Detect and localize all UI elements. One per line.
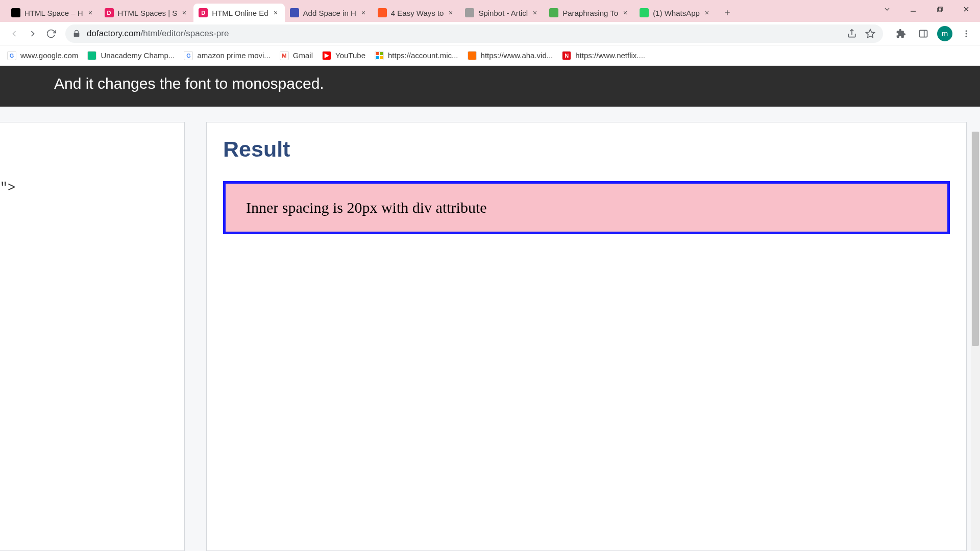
svg-rect-30 — [376, 52, 379, 55]
forward-button[interactable] — [23, 24, 42, 43]
tab-title: 4 Easy Ways to — [391, 9, 444, 17]
bookmark-favicon: ▶ — [322, 51, 331, 60]
browser-tab[interactable]: Add Space in H — [285, 4, 373, 22]
browser-toolbar: dofactory.com/html/editor/spaces-pre m — [0, 22, 980, 45]
bookmark-favicon: G — [184, 51, 193, 60]
lock-icon — [72, 30, 81, 38]
tab-close-button[interactable] — [447, 9, 455, 17]
svg-rect-33 — [380, 56, 383, 59]
svg-marker-24 — [866, 29, 875, 37]
page-scrollbar[interactable] — [971, 132, 980, 551]
bookmark-item[interactable]: https://www.aha.vid... — [468, 51, 553, 60]
result-heading: Result — [223, 137, 950, 162]
tab-title: Spinbot - Articl — [478, 9, 528, 17]
bookmark-label: https://www.aha.vid... — [481, 51, 553, 60]
browser-tab[interactable]: Spinbot - Articl — [460, 4, 544, 22]
bookmark-item[interactable]: N https://www.netflix.... — [562, 51, 645, 60]
browser-tab[interactable]: HTML Space – H — [6, 4, 100, 22]
svg-rect-20 — [938, 7, 942, 10]
window-close-button[interactable] — [957, 2, 976, 16]
profile-avatar[interactable]: m — [937, 26, 952, 41]
svg-point-27 — [966, 30, 967, 32]
bookmark-favicon: N — [562, 51, 571, 60]
scrollbar-thumb[interactable] — [972, 132, 979, 346]
browser-tab[interactable]: 4 Easy Ways to — [373, 4, 460, 22]
tab-title: Add Space in H — [303, 9, 356, 17]
tab-favicon — [465, 8, 474, 17]
bookmark-label: Gmail — [293, 51, 313, 60]
browser-tab[interactable]: Paraphrasing To — [544, 4, 634, 22]
bookmark-item[interactable]: G www.google.com — [7, 51, 78, 60]
browser-tab[interactable]: D HTML Spaces | S — [100, 4, 194, 22]
tab-favicon: D — [199, 8, 208, 17]
tab-search-button[interactable] — [880, 2, 894, 16]
browser-tab-strip: HTML Space – H D HTML Spaces | S D HTML … — [0, 0, 980, 22]
svg-rect-31 — [380, 52, 383, 55]
tab-favicon — [378, 8, 387, 17]
window-maximize-button[interactable] — [930, 2, 949, 16]
bookmark-item[interactable]: https://account.mic... — [375, 51, 458, 60]
demo-text: Inner spacing is 20px with div attribute — [246, 199, 487, 216]
bookmark-item[interactable]: Unacademy Champ... — [87, 51, 175, 60]
browser-tab[interactable]: (1) WhatsApp — [634, 4, 716, 22]
bookmark-favicon: G — [7, 51, 16, 60]
bookmark-label: www.google.com — [20, 51, 78, 60]
browser-tab[interactable]: D HTML Online Ed — [193, 4, 284, 22]
bookmark-star-icon[interactable] — [865, 28, 876, 39]
address-bar[interactable]: dofactory.com/html/editor/spaces-pre — [65, 24, 883, 43]
chrome-menu-button[interactable] — [958, 25, 975, 42]
svg-point-28 — [966, 33, 967, 34]
description-banner: And it changes the font to monospaced. — [0, 66, 980, 107]
tab-close-button[interactable] — [272, 9, 280, 17]
extensions-button[interactable] — [892, 25, 910, 42]
code-fragment: lue;"> — [0, 181, 15, 195]
url-text: dofactory.com/html/editor/spaces-pre — [87, 29, 839, 39]
sidepanel-button[interactable] — [915, 25, 932, 42]
reload-button[interactable] — [42, 24, 60, 43]
bookmark-label: YouTube — [335, 51, 365, 60]
demo-box: Inner spacing is 20px with div attribute — [223, 181, 950, 234]
tab-favicon — [549, 8, 558, 17]
tab-favicon — [640, 8, 649, 17]
window-minimize-button[interactable] — [903, 2, 923, 16]
tab-close-button[interactable] — [703, 9, 711, 17]
tab-title: (1) WhatsApp — [653, 9, 700, 17]
svg-point-29 — [966, 35, 967, 37]
back-button[interactable] — [5, 24, 23, 43]
bookmark-favicon — [375, 51, 384, 60]
bookmark-label: https://www.netflix.... — [575, 51, 645, 60]
bookmark-favicon — [468, 51, 477, 60]
tab-close-button[interactable] — [86, 9, 94, 17]
bookmarks-bar: G www.google.com Unacademy Champ... G am… — [0, 45, 980, 66]
tab-favicon — [11, 8, 20, 17]
bookmark-favicon — [87, 51, 96, 60]
bookmark-label: Unacademy Champ... — [101, 51, 175, 60]
tab-title: Paraphrasing To — [562, 9, 618, 17]
new-tab-button[interactable] — [719, 5, 736, 21]
page-content: And it changes the font to monospaced. l… — [0, 66, 980, 551]
tab-title: HTML Online Ed — [212, 9, 268, 17]
tab-close-button[interactable] — [180, 9, 188, 17]
bookmark-label: amazon prime movi... — [197, 51, 270, 60]
bookmark-item[interactable]: M Gmail — [280, 51, 313, 60]
code-editor-panel[interactable]: lue;"> — [0, 122, 185, 551]
share-icon[interactable] — [846, 28, 857, 39]
svg-rect-19 — [937, 8, 941, 11]
bookmark-label: https://account.mic... — [388, 51, 458, 60]
result-panel: Result Inner spacing is 20px with div at… — [206, 122, 967, 551]
bookmark-item[interactable]: ▶ YouTube — [322, 51, 365, 60]
svg-rect-32 — [376, 56, 379, 59]
tab-title: HTML Spaces | S — [118, 9, 178, 17]
tab-title: HTML Space – H — [24, 9, 83, 17]
tab-close-button[interactable] — [621, 9, 629, 17]
tab-favicon: D — [105, 8, 114, 17]
svg-rect-25 — [920, 30, 927, 37]
tab-close-button[interactable] — [359, 9, 368, 17]
tab-close-button[interactable] — [531, 9, 539, 17]
bookmark-favicon: M — [280, 51, 289, 60]
bookmark-item[interactable]: G amazon prime movi... — [184, 51, 270, 60]
tab-favicon — [290, 8, 299, 17]
